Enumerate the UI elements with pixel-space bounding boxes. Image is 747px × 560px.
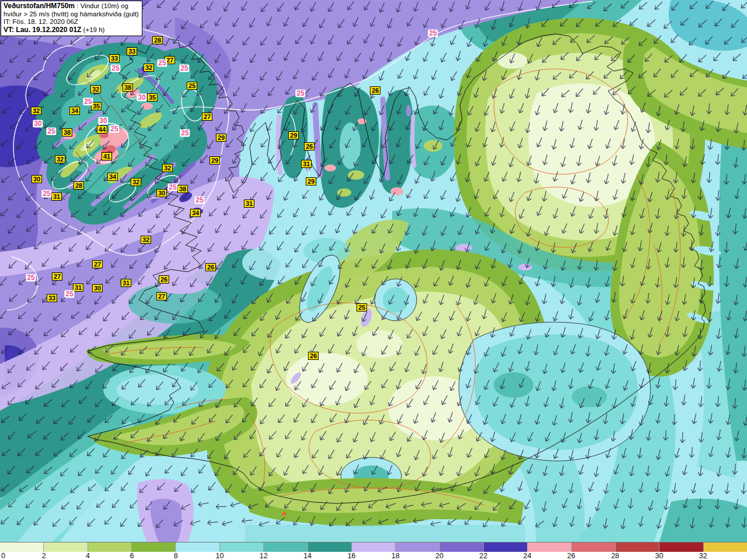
wind-contour-label: 25 — [295, 90, 305, 97]
wind-contour-label: 25 — [41, 190, 51, 198]
wind-speed-colorbar — [0, 542, 747, 552]
gust-max-label: 38 — [62, 128, 72, 136]
colorbar-segment — [264, 542, 308, 552]
colorbar-tick: 4 — [86, 552, 90, 560]
gust-max-label: 34 — [107, 173, 118, 181]
wind-contour-label: 25 — [26, 274, 36, 282]
gust-max-label: 31 — [244, 200, 254, 208]
gust-max-label: 27 — [202, 113, 212, 121]
wind-contour-label: 25 — [64, 290, 74, 298]
wind-contour-label: 25 — [167, 184, 177, 191]
legend-line-3: IT: Fös. 18. 12. 2020 06Z — [4, 18, 139, 26]
colorbar-segment — [132, 542, 176, 552]
gust-max-label: 26 — [205, 263, 216, 271]
wind-contour-label: 25 — [109, 125, 119, 133]
gust-max-label: 44 — [97, 125, 107, 134]
colorbar-segment — [88, 542, 132, 552]
colorbar-segment — [220, 542, 264, 552]
colorbar-segment — [659, 542, 703, 552]
gust-max-label: 26 — [159, 275, 169, 284]
wind-contour-label: 25 — [179, 65, 189, 72]
colorbar-segment — [0, 542, 44, 552]
legend-line-1: Veðurstofan/HM750m : Vindur (10m) og — [4, 2, 139, 10]
colorbar-segment — [176, 542, 219, 552]
gust-max-label: 29 — [306, 177, 316, 186]
colorbar-tick: 30 — [655, 552, 663, 560]
colorbar-tick: 2 — [42, 552, 46, 560]
gust-max-label: 32 — [55, 155, 65, 163]
gust-max-label: 31 — [301, 160, 312, 168]
gust-max-label: 32 — [131, 178, 141, 186]
gust-max-label: 34 — [190, 209, 201, 217]
gust-max-label: 32 — [31, 107, 41, 115]
colorbar-tick: 24 — [523, 552, 532, 560]
map-legend-box: Veðurstofan/HM750m : Vindur (10m) og hvi… — [1, 1, 142, 36]
gust-max-label: 30 — [92, 284, 103, 292]
colorbar-tick: 10 — [216, 552, 224, 560]
weather-map-canvas — [0, 0, 747, 542]
colorbar-segment — [440, 542, 484, 552]
legend-line-2: hviður > 25 m/s (hvítt) og hámarkshviða … — [4, 10, 139, 19]
gust-max-label: 33 — [127, 47, 137, 55]
gust-max-label: 41 — [102, 152, 112, 160]
gust-max-label: 28 — [152, 36, 163, 44]
wind-contour-label: 25 — [428, 30, 438, 37]
gust-max-label: 28 — [74, 181, 84, 190]
gust-max-label: 30 — [32, 175, 42, 183]
gust-max-label: 30 — [156, 189, 167, 197]
wind-contour-label: 30 — [98, 117, 108, 125]
colorbar-segment — [704, 542, 747, 552]
map-area: 2833332732253832353534322744382941322932… — [0, 0, 747, 542]
gust-max-label: 34 — [69, 107, 80, 115]
colorbar-segment — [484, 542, 528, 552]
gust-max-label: 32 — [141, 236, 151, 244]
gust-max-label: 25 — [357, 303, 367, 312]
gust-max-label: 31 — [121, 279, 131, 287]
colorbar-tick: 6 — [130, 552, 134, 560]
gust-max-label: 38 — [177, 185, 188, 193]
colorbar-segment — [528, 542, 571, 552]
gust-max-label: 29 — [216, 134, 226, 142]
wind-contour-label: 25 — [180, 130, 190, 137]
gust-max-label: 26 — [308, 352, 319, 360]
colorbar-segment — [352, 542, 396, 552]
colorbar-tick: 16 — [347, 552, 355, 560]
colorbar-segment — [572, 542, 616, 552]
wind-contour-label: 25 — [157, 60, 167, 67]
wind-contour-label: 25 — [83, 98, 93, 106]
colorbar-segment — [396, 542, 439, 552]
gust-max-label: 33 — [47, 294, 57, 302]
colorbar-tick: 28 — [611, 552, 619, 560]
colorbar-tick: 26 — [567, 552, 575, 560]
gust-max-label: 29 — [210, 156, 220, 164]
colorbar-segment — [616, 542, 659, 552]
gust-max-label: 27 — [52, 272, 62, 281]
colorbar-tick: 0 — [1, 552, 5, 560]
colorbar-segment — [308, 542, 352, 552]
colorbar-tick: 12 — [260, 552, 268, 560]
gust-max-label: 31 — [51, 192, 62, 201]
wind-contour-label: 30 — [137, 94, 146, 102]
gust-max-label: 32 — [162, 164, 173, 172]
gust-max-label: 26 — [304, 142, 315, 150]
colorbar-tick: 32 — [699, 552, 707, 560]
gust-max-label: 33 — [109, 54, 120, 62]
gust-max-label: 32 — [144, 64, 154, 72]
wind-contour-label: 30 — [33, 120, 43, 128]
gust-max-label: 35 — [147, 93, 158, 102]
gust-max-label: 38 — [123, 83, 133, 92]
colorbar-tick: 14 — [303, 552, 312, 560]
gust-max-label: 26 — [370, 86, 381, 94]
gust-max-label: 27 — [156, 292, 167, 300]
colorbar-tick: 8 — [174, 552, 178, 560]
colorbar-tick: 22 — [479, 552, 487, 560]
wind-contour-label: 25 — [194, 197, 204, 204]
colorbar-tick: 18 — [392, 552, 400, 560]
gust-max-label: 25 — [187, 82, 197, 90]
colorbar-tick-labels: 02468101214161820222426283032 — [0, 552, 747, 560]
legend-line-4: VT: Lau. 19.12.2020 01Z (+19 h) — [4, 26, 139, 34]
gust-max-label: 29 — [288, 131, 299, 139]
gust-max-label: 32 — [90, 85, 101, 93]
colorbar-tick: 20 — [435, 552, 444, 560]
gust-max-label: 27 — [92, 260, 103, 268]
